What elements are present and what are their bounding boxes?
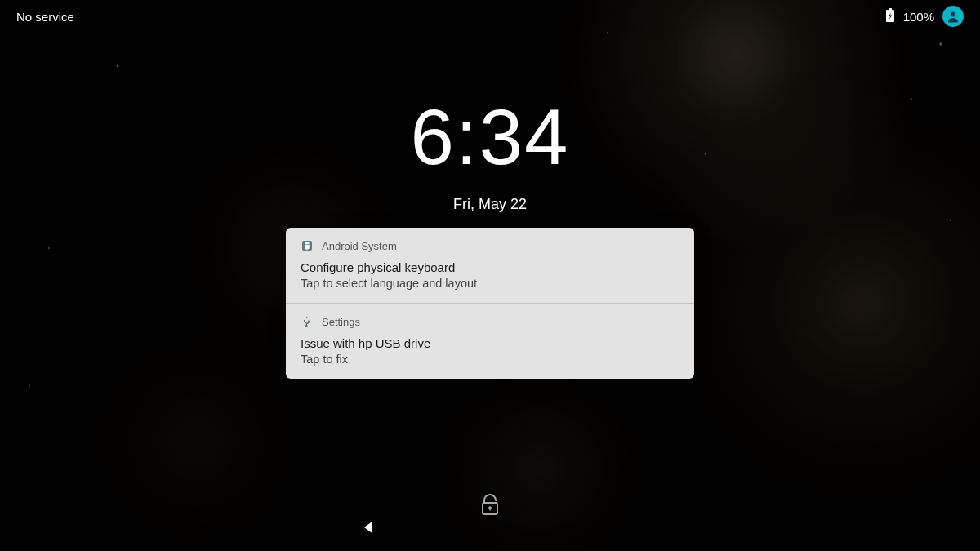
svg-point-2: [951, 11, 956, 16]
status-bar: No service 100%: [0, 0, 980, 33]
notification-item[interactable]: Settings Issue with hp USB drive Tap to …: [286, 303, 694, 379]
svg-rect-1: [889, 8, 892, 11]
battery-icon: [885, 8, 895, 25]
clock-time: 6:34: [0, 98, 980, 176]
nav-back-button[interactable]: [359, 518, 377, 536]
svg-rect-6: [489, 508, 491, 511]
notification-panel: Android System Configure physical keyboa…: [286, 228, 694, 379]
clock-date: Fri, May 22: [0, 196, 980, 213]
lockscreen-clock: 6:34 Fri, May 22: [0, 98, 980, 213]
user-avatar-button[interactable]: [942, 6, 964, 27]
unlock-hint[interactable]: [481, 494, 499, 518]
network-status-text: No service: [16, 10, 74, 24]
battery-percent: 100%: [903, 10, 934, 24]
notification-title: Configure physical keyboard: [301, 260, 679, 274]
usb-icon: [301, 315, 314, 328]
notification-item[interactable]: Android System Configure physical keyboa…: [286, 228, 694, 303]
notification-text: Tap to fix: [301, 353, 679, 366]
notification-text: Tap to select language and layout: [301, 277, 679, 290]
android-icon: [301, 239, 314, 252]
notification-title: Issue with hp USB drive: [301, 336, 679, 350]
notification-app-name: Android System: [322, 240, 397, 252]
notification-app-name: Settings: [322, 316, 360, 328]
